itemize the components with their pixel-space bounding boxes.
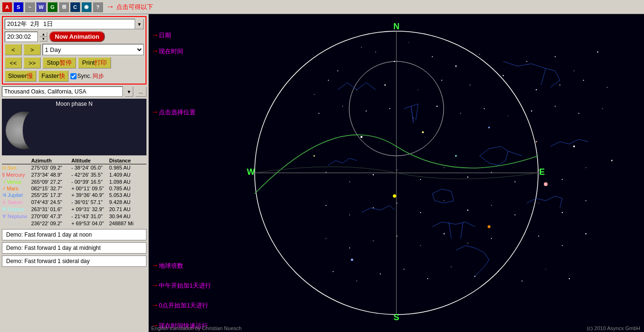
planet-altitude: + 00°11' 09.5"	[71, 186, 109, 191]
svg-point-48	[444, 167, 444, 168]
svg-point-30	[507, 115, 508, 116]
planet-altitude: + 39°36' 40.9"	[71, 192, 109, 198]
svg-point-17	[385, 85, 386, 86]
planet-row: ♃Jupiter 255°25' 17.3" + 39°36' 40.9" 5.…	[2, 192, 146, 199]
moon-image	[6, 111, 43, 149]
svg-point-3	[432, 56, 433, 57]
copyright: (c) 2010 Asyncx GmbH	[587, 325, 640, 331]
location-more-btn[interactable]: ...	[135, 86, 146, 97]
svg-point-60	[444, 200, 444, 201]
planet-azimuth: 236°22' 09.2"	[31, 221, 71, 227]
location-input[interactable]	[2, 86, 123, 97]
svg-point-11	[555, 56, 556, 57]
planet-name: ☽Moon	[2, 221, 31, 227]
step-back-single[interactable]: <	[5, 44, 22, 55]
location-dropdown-btn[interactable]: ▼	[125, 86, 133, 97]
planet-rows: ⊙Sun 275°03' 09.2" - 38°24' 05.0" 0.985 …	[2, 164, 146, 227]
svg-point-22	[559, 85, 560, 85]
svg-point-41	[361, 136, 362, 138]
planet-distance: 20.71 AU	[109, 206, 142, 213]
svg-point-29	[484, 108, 485, 109]
svg-point-5	[455, 66, 457, 67]
svg-point-75	[515, 247, 515, 248]
speed-row: Slower慢 Faster快 Sync. 同步	[5, 70, 144, 82]
step-fwd-double[interactable]: >>	[24, 57, 41, 68]
time-input[interactable]	[5, 32, 38, 42]
stop-button[interactable]: Stop暂停	[43, 57, 76, 68]
time-spin-up[interactable]: ▲	[40, 32, 47, 37]
planet-altitude: - 36°01' 57.1"	[71, 199, 109, 205]
sync-checkbox-label: Sync. 同步	[70, 72, 104, 80]
step-row-1: < > 1 Day	[5, 44, 144, 55]
toolbar-btn-4[interactable]: W	[36, 2, 46, 12]
annotation-distance: →地球倍数	[151, 261, 183, 270]
toolbar-btn-3[interactable]: ~	[25, 2, 35, 12]
planet-azimuth: 255°25' 17.3"	[31, 192, 71, 198]
sync-checkbox[interactable]	[70, 73, 77, 79]
step-interval-select[interactable]: 1 Day	[43, 44, 144, 55]
sky-canvas: N S W E	[149, 14, 644, 332]
svg-point-19	[328, 80, 329, 81]
planet-name: ♀Venus	[2, 179, 31, 185]
demo-btn-noon[interactable]: Demo: Fast forward 1 day at noon	[2, 229, 146, 240]
svg-point-62	[491, 205, 492, 206]
planet-distance: 0.785 AU	[109, 186, 142, 191]
planet-azimuth: 263°31' 01.6"	[31, 206, 71, 213]
svg-point-53	[562, 179, 563, 180]
svg-point-8	[361, 47, 361, 47]
toolbar-btn-7[interactable]: C	[70, 2, 80, 12]
planet-row: ☽Moon 236°22' 09.2" + 69°53' 04.0" 24888…	[2, 220, 146, 227]
planet-name: ♆Neptune	[2, 213, 31, 220]
planet-dot-saturn	[351, 259, 353, 261]
planet-altitude: - 21°43' 31.0"	[71, 213, 109, 220]
toolbar-btn-6[interactable]: ⊞	[59, 2, 69, 12]
planet-row: ♆Neptune 270°00' 47.3" - 21°43' 31.0" 30…	[2, 213, 146, 220]
annotation-time: →现在时间	[151, 47, 183, 56]
planet-name: ♅Uranus	[2, 206, 31, 213]
svg-point-56	[349, 181, 350, 182]
demo-section: Demo: Fast forward 1 day at noon Demo: F…	[2, 229, 146, 267]
planet-azimuth: 074°43' 24.5"	[31, 199, 71, 205]
svg-point-90	[380, 273, 381, 274]
toolbar-btn-8[interactable]: ◉	[81, 2, 92, 12]
time-row: ▲ ▼ Now Animation	[5, 31, 144, 42]
planet-distance: 248887 Mi	[109, 221, 142, 227]
animation-button[interactable]: Now Animation	[49, 31, 105, 42]
svg-point-40	[536, 141, 537, 143]
svg-point-9	[503, 75, 504, 76]
toolbar-btn-9[interactable]: ?	[93, 2, 103, 12]
svg-point-64	[538, 203, 539, 203]
translator-credit: English translation by Christian Nuesch	[151, 325, 241, 331]
faster-button[interactable]: Faster快	[38, 70, 69, 82]
slower-button[interactable]: Slower慢	[5, 70, 36, 82]
planet-altitude: - 00°39' 16.5"	[71, 179, 109, 185]
planet-dot-jupiter	[544, 182, 548, 186]
svg-point-47	[420, 179, 421, 180]
svg-point-15	[441, 80, 442, 81]
date-input[interactable]	[5, 19, 135, 29]
print-button[interactable]: Print打印	[78, 57, 112, 68]
time-spin-down[interactable]: ▼	[40, 37, 47, 42]
annotation-noon: →中午开始加1天进行	[151, 281, 211, 290]
svg-point-33	[578, 113, 579, 114]
svg-point-92	[333, 271, 334, 272]
svg-point-80	[349, 247, 350, 248]
planet-azimuth: 275°03' 09.2"	[31, 165, 71, 171]
toolbar-btn-5[interactable]: G	[47, 2, 58, 12]
svg-point-88	[545, 269, 546, 269]
step-back-double[interactable]: <<	[5, 57, 22, 68]
step-fwd-single[interactable]: >	[24, 44, 41, 55]
planet-row: ☿Mercury 273°34' 48.9" - 42°26' 35.5" 1.…	[2, 171, 146, 179]
annotation-midnight: →0点开始加1天进行	[151, 301, 208, 310]
demo-btn-midnight[interactable]: Demo: Fast forward 1 day at midnight	[2, 242, 146, 254]
toolbar-btn-2[interactable]: S	[13, 2, 24, 12]
date-dropdown-btn[interactable]: ▼	[135, 19, 144, 29]
svg-point-55	[373, 174, 374, 176]
svg-point-51	[515, 181, 515, 182]
toolbar-btn-1[interactable]: A	[2, 2, 12, 12]
demo-btn-sideral[interactable]: Demo: Fast forward 1 sideral day	[2, 255, 146, 267]
svg-point-6	[479, 54, 480, 55]
svg-point-87	[522, 281, 523, 281]
planet-distance: 1.098 AU	[109, 179, 142, 185]
planet-dot-venus	[393, 195, 396, 198]
